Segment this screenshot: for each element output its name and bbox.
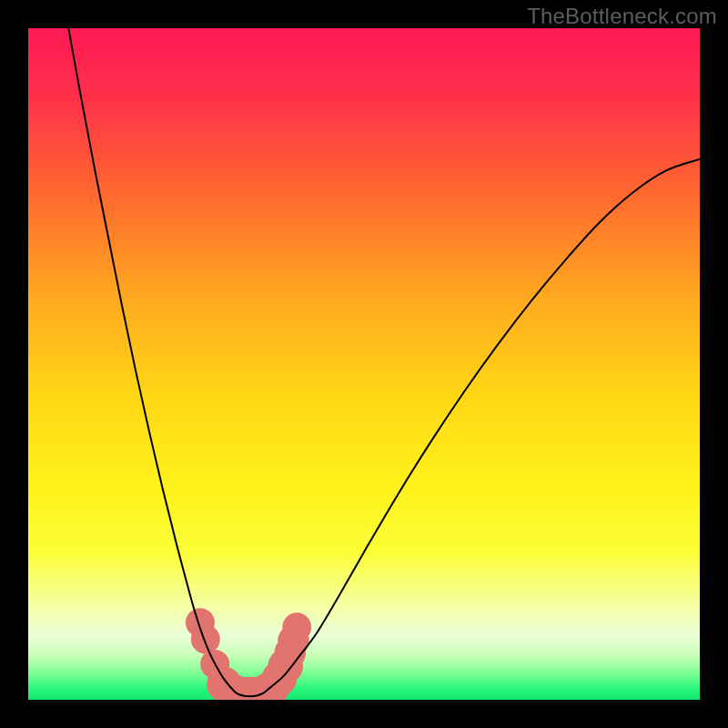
chart-frame: TheBottleneck.com	[0, 0, 728, 728]
highlight-dot	[282, 612, 311, 642]
watermark-text: TheBottleneck.com	[527, 4, 717, 29]
highlight-dot	[191, 625, 220, 654]
curve-left-branch	[68, 28, 229, 686]
highlight-markers	[186, 608, 311, 700]
curve-right-branch	[270, 159, 700, 688]
curve-layer	[28, 28, 700, 700]
plot-area	[28, 28, 700, 700]
